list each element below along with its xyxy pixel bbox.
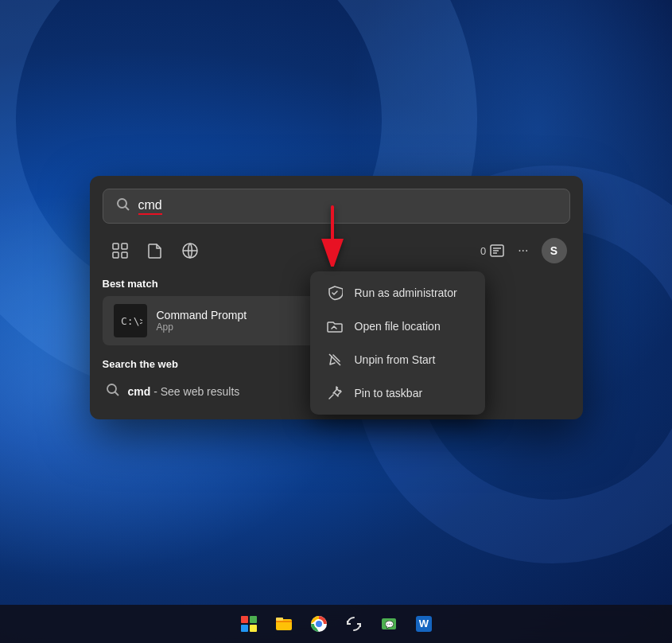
pin-to-taskbar-label: Pin to taskbar [355,387,423,399]
command-prompt-icon: C:\>_ [114,304,147,337]
svg-rect-11 [122,244,127,249]
search-icon [116,197,130,215]
app-type: App [157,322,247,333]
svg-text:C:\>_: C:\>_ [121,315,142,327]
web-search-text: cmd - See web results [128,385,240,398]
context-menu-item-pin-taskbar[interactable]: Pin to taskbar [315,376,480,410]
web-search-icon [106,383,120,400]
toolbar-badge: 0 [480,243,505,259]
svg-line-9 [125,207,129,211]
pin-icon [326,384,344,402]
best-match-item[interactable]: C:\>_ Command Prompt App [103,296,325,345]
svg-point-3 [316,621,322,627]
taskbar-file-explorer-icon[interactable] [268,608,300,640]
taskbar-word-icon[interactable]: W [408,608,440,640]
svg-line-20 [115,392,118,396]
folder-icon [326,318,344,335]
unpin-icon [326,351,344,368]
open-file-location-label: Open file location [355,320,441,333]
context-menu: Run as administrator Open file location … [310,271,485,415]
svg-line-24 [329,395,333,399]
search-input-value: cmd [138,198,557,215]
svg-rect-1 [276,618,283,621]
toolbar-apps-icon[interactable] [106,236,134,265]
unpin-from-start-label: Unpin from Start [355,353,436,366]
svg-point-19 [107,384,116,393]
svg-text:W: W [418,618,429,629]
best-match-info: Command Prompt App [157,309,247,333]
svg-point-8 [118,199,126,208]
taskbar-recycle-icon[interactable] [338,608,370,640]
toolbar-avatar[interactable]: S [542,238,567,263]
toolbar-web-icon[interactable] [176,236,204,265]
svg-rect-10 [113,244,118,249]
context-menu-item-open-file-location[interactable]: Open file location [315,310,480,343]
toolbar: 0 ··· S [103,236,570,265]
taskbar-start-button[interactable] [233,608,265,640]
toolbar-more-button[interactable]: ··· [511,239,534,263]
taskbar-chrome-icon[interactable] [303,608,335,640]
svg-rect-13 [122,252,127,258]
svg-rect-12 [113,252,118,258]
taskbar-teams-icon[interactable]: 💬 [373,608,405,640]
search-bar[interactable]: cmd [103,189,570,224]
context-menu-item-run-as-admin[interactable]: Run as administrator [315,276,480,310]
taskbar: 💬 W [0,605,672,643]
svg-text:💬: 💬 [384,620,394,629]
svg-rect-0 [276,619,292,630]
context-menu-item-unpin-start[interactable]: Unpin from Start [315,343,480,376]
run-as-admin-label: Run as administrator [355,286,457,299]
shield-icon [326,284,344,302]
toolbar-documents-icon[interactable] [141,236,169,265]
app-name: Command Prompt [157,309,247,322]
